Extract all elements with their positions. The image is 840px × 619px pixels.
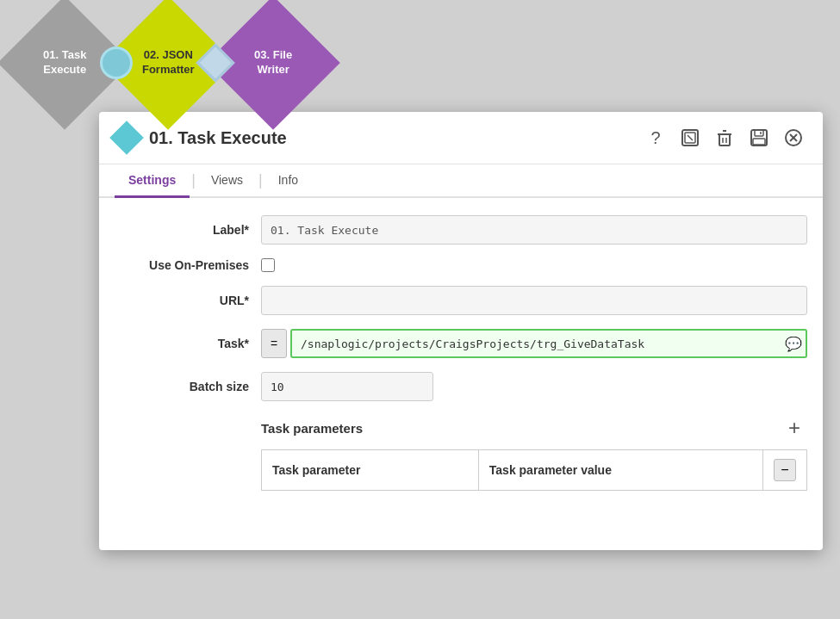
task-execute-dialog: 01. Task Execute ? [99,112,823,550]
label-row: Label* [115,215,807,245]
connector-circle-1 [100,46,133,79]
svg-rect-9 [755,130,763,136]
svg-line-2 [688,135,693,140]
pipeline-bar: 01. TaskExecute 02. JSONFormatter 03. Fi… [17,15,320,110]
url-field-label: URL* [115,294,261,307]
dialog-toolbar: ? [642,124,807,152]
task-input[interactable] [290,329,807,358]
close-button[interactable] [780,124,807,152]
tab-views[interactable]: Views [197,164,257,198]
col-remove: − [763,450,807,491]
dialog-body: Label* Use On-Premises URL* Task* = 💬 [99,198,823,508]
task-eq-button[interactable]: = [261,329,287,358]
batch-size-row: Batch size [115,372,807,401]
tab-info[interactable]: Info [264,164,312,198]
svg-rect-10 [753,139,765,145]
label-field-label: Label* [115,223,261,237]
use-on-premises-row: Use On-Premises [115,258,807,272]
task-input-wrapper: 💬 [290,329,807,358]
dialog-title-section: 01. Task Execute [115,126,287,150]
save-icon [750,128,768,147]
help-button[interactable]: ? [642,124,669,152]
dialog-header: 01. Task Execute ? [99,112,823,164]
pipeline-node-task[interactable]: 01. TaskExecute [17,15,112,110]
restore-button[interactable] [676,124,704,152]
delete-button[interactable] [711,124,738,152]
task-field-label: Task* [115,337,261,350]
tab-settings[interactable]: Settings [115,164,190,198]
speech-bubble-icon: 💬 [785,336,802,352]
use-on-premises-label: Use On-Premises [115,258,261,272]
label-input[interactable] [261,215,807,245]
restore-icon [681,128,700,147]
batch-size-label: Batch size [115,380,261,393]
task-input-row: = 💬 [261,329,807,358]
batch-size-input[interactable] [261,372,433,401]
svg-rect-3 [719,134,730,145]
task-parameters-section: Task parameters + [261,415,807,441]
close-icon [784,128,803,147]
task-parameters-table: Task parameter Task parameter value − [261,449,807,491]
col-task-parameter-value: Task parameter value [478,450,762,491]
url-row: URL* [115,286,807,315]
pipeline-node-file[interactable]: 03. FileWriter [226,15,320,110]
add-parameter-button[interactable]: + [781,415,807,441]
task-execute-icon [109,121,144,155]
task-row: Task* = 💬 [115,329,807,358]
table-header-row: Task parameter Task parameter value − [262,450,807,491]
use-on-premises-checkbox[interactable] [261,258,275,272]
dialog-tabs: Settings | Views | Info [99,164,823,198]
remove-row-button[interactable]: − [774,459,796,481]
save-button[interactable] [745,124,773,152]
dialog-title: 01. Task Execute [149,128,287,148]
task-parameters-title: Task parameters [261,421,363,436]
trash-icon [715,128,734,147]
url-input[interactable] [261,286,807,315]
col-task-parameter: Task parameter [262,450,479,491]
